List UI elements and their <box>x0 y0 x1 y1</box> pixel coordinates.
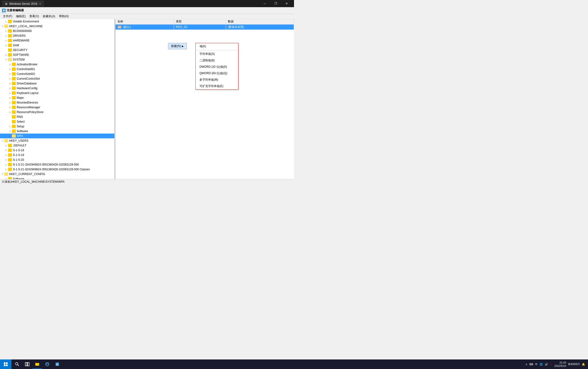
reg-name-cell: ab (默认) <box>115 24 174 30</box>
tree-item-hardwareconfig[interactable]: ▷ HardwareConfig <box>0 86 114 91</box>
tree-item-hardware[interactable]: ▷ HARDWARE <box>0 38 114 43</box>
tree-item-security[interactable]: SECURITY <box>0 48 114 52</box>
window-tab[interactable]: 🖥 Windows Server 2016 ✕ <box>2 1 44 6</box>
title-bar: 🖥 Windows Server 2016 ✕ ─ ❐ ✕ <box>0 0 294 7</box>
folder-icon <box>4 139 8 142</box>
tree-item-activationbroker[interactable]: ▷ ActivationBroker <box>0 62 114 67</box>
registry-row[interactable]: ab (默认) REG_SZ (数值未设置) <box>115 24 294 30</box>
regedit-window: 📋 注册表编辑器 文件(F) 编辑(E) 查看(V) 收藏夹(A) 帮助(H) … <box>0 7 294 184</box>
expander-icon: ▷ <box>4 163 8 166</box>
menu-favorites[interactable]: 收藏夹(A) <box>41 14 57 19</box>
new-menu-button[interactable]: 新建(N) ▶ <box>168 43 187 49</box>
folder-icon <box>12 96 16 100</box>
submenu-item-string[interactable]: 字符串值(S) <box>196 51 238 57</box>
minimize-button[interactable]: ─ <box>259 0 270 7</box>
tree-item-maps[interactable]: ▷ Maps <box>0 95 114 100</box>
submenu-item-expandstring[interactable]: 可扩充字符串值(E) <box>196 83 238 90</box>
tree-panel: ▷ Volatile Environment ▽ HKEY_LOCAL_MACH… <box>0 19 114 179</box>
tree-item-resourcemanager[interactable]: ▷ ResourceManager <box>0 105 114 110</box>
tree-item-sam[interactable]: ▷ SAM <box>0 43 114 48</box>
context-menu-area: 新建(N) ▶ 项(K) 字符串值(S) 二进制值(B) DWORD (32 位… <box>168 43 187 49</box>
tree-item-s-1-5-19[interactable]: ▷ S-1-5-19 <box>0 153 114 157</box>
folder-icon <box>8 163 12 166</box>
tree-item-label: SOFTWARE <box>13 53 29 57</box>
tab-close-icon[interactable]: ✕ <box>39 2 41 5</box>
tree-item-controlset002[interactable]: ▷ ControlSet002 <box>0 72 114 76</box>
submenu-item-dword[interactable]: DWORD (32 位)值(D) <box>196 64 238 70</box>
tree-item-volatile-env[interactable]: ▷ Volatile Environment <box>0 19 114 24</box>
tree-item-label: Software <box>17 130 28 133</box>
submenu-item-qword[interactable]: QWORD (64 位)值(Q) <box>196 70 238 77</box>
folder-icon <box>8 29 12 33</box>
new-label: 新建(N) <box>171 44 181 48</box>
tree-item-label: HKEY_USERS <box>9 139 28 142</box>
tree-item-label: RNG <box>17 115 23 119</box>
tree-item-hku[interactable]: ▽ HKEY_USERS <box>0 138 114 143</box>
folder-icon <box>8 20 12 23</box>
tree-item-resourcepolicystore[interactable]: ▷ ResourcePolicyStore <box>0 110 114 114</box>
folder-icon <box>4 25 8 28</box>
tree-item-rng[interactable]: RNG <box>0 114 114 119</box>
menu-separator <box>196 50 238 50</box>
tree-item-label: SYSTEM <box>13 58 25 61</box>
folder-icon <box>12 130 16 133</box>
tree-item-sid-500-classes[interactable]: ▷ S-1-5-21-3242949824-3591360428-1020631… <box>0 167 114 172</box>
folder-icon <box>12 111 16 114</box>
tree-item-wpa[interactable]: ▷ WPA <box>0 133 114 138</box>
tree-item-driverdatabase[interactable]: ▷ DriverDatabase <box>0 81 114 86</box>
submenu-item-key[interactable]: 项(K) <box>196 43 238 50</box>
folder-icon <box>12 120 16 123</box>
reg-data-cell: (数值未设置) <box>226 24 294 30</box>
expander-icon: ▽ <box>0 172 4 176</box>
expander-icon: ▷ <box>8 67 12 71</box>
tree-item-controlset001[interactable]: ▷ ControlSet001 <box>0 67 114 72</box>
submenu-arrow-icon: ▶ <box>182 45 184 47</box>
tree-item-label: HardwareConfig <box>17 87 37 90</box>
tree-item-software[interactable]: ▷ SOFTWARE <box>0 52 114 57</box>
submenu-item-multistring[interactable]: 多字符串值(M) <box>196 77 238 83</box>
submenu-item-binary[interactable]: 二进制值(B) <box>196 57 238 64</box>
expander-icon: ▷ <box>4 148 8 152</box>
close-button[interactable]: ✕ <box>281 0 292 7</box>
tab-label: Windows Server 2016 <box>9 2 37 5</box>
tree-item-bcd[interactable]: ▷ BCD00000000 <box>0 29 114 33</box>
tree-item-mounteddevices[interactable]: ▷ MountedDevices <box>0 100 114 105</box>
tree-item-label: S-1-5-18 <box>13 149 24 152</box>
menu-edit[interactable]: 编辑(E) <box>14 14 27 19</box>
tree-item-system[interactable]: ▽ SYSTEM <box>0 57 114 62</box>
tree-item-setup[interactable]: ▷ Setup <box>0 124 114 129</box>
tree-item-s-1-5-18[interactable]: ▷ S-1-5-18 <box>0 148 114 153</box>
tree-item-s-1-5-20[interactable]: ▷ S-1-5-20 <box>0 157 114 162</box>
tree-item-select[interactable]: Select <box>0 119 114 124</box>
tree-scroll[interactable]: ▷ Volatile Environment ▽ HKEY_LOCAL_MACH… <box>0 19 114 179</box>
tree-item-drivers[interactable]: ▷ DRIVERS <box>0 33 114 38</box>
expander-icon: ▷ <box>8 101 12 104</box>
folder-icon <box>8 34 12 37</box>
expander-icon: ▷ <box>8 96 12 100</box>
menu-view[interactable]: 查看(V) <box>27 14 41 19</box>
expander-icon: ▷ <box>4 53 8 57</box>
tree-item-software-system[interactable]: ▷ Software <box>0 129 114 133</box>
folder-icon <box>12 125 16 128</box>
tree-item-label: HKEY_LOCAL_MACHINE <box>9 25 43 28</box>
tree-item-default[interactable]: ▷ .DEFAULT <box>0 143 114 148</box>
tree-item-hklm[interactable]: ▽ HKEY_LOCAL_MACHINE <box>0 24 114 29</box>
expander-icon: ▷ <box>4 144 8 147</box>
tree-item-label: .DEFAULT <box>13 144 26 147</box>
tree-item-software-hkcc[interactable]: ▷ Software <box>0 176 114 179</box>
tree-item-keyboard-layout[interactable]: ▷ Keyboard Layout <box>0 91 114 95</box>
expander-icon: ▽ <box>0 139 4 143</box>
tree-item-sid-500[interactable]: ▷ S-1-5-21-3242949824-3591360428-1020631… <box>0 162 114 167</box>
expander-icon: ▷ <box>8 105 12 109</box>
restore-button[interactable]: ❐ <box>270 0 281 7</box>
menu-help[interactable]: 帮助(H) <box>57 14 71 19</box>
expander-icon: ▽ <box>0 24 4 28</box>
tree-item-label: DRIVERS <box>13 34 26 37</box>
tree-item-hkcc[interactable]: ▽ HKEY_CURRENT_CONFIG <box>0 172 114 176</box>
tree-item-label: S-1-5-20 <box>13 158 24 162</box>
tree-item-currentcontrolset[interactable]: ▷ CurrentControlSet <box>0 76 114 81</box>
expander-icon: ▷ <box>8 110 12 114</box>
registry-table: 名称 类型 数据 ab (默认) REG_SZ (数值未设置) <box>115 19 294 30</box>
folder-icon <box>8 48 12 52</box>
menu-file[interactable]: 文件(F) <box>1 14 14 19</box>
